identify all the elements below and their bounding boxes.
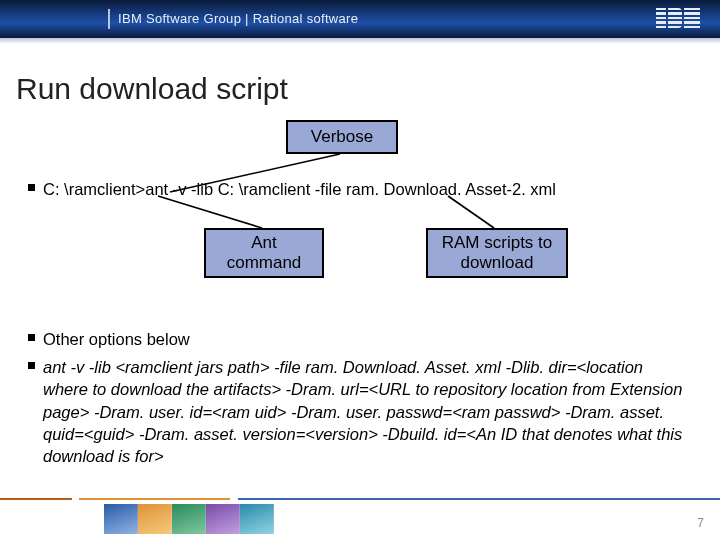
svg-line-1 bbox=[158, 196, 262, 228]
footer-tile bbox=[240, 504, 274, 534]
page-number: 7 bbox=[697, 516, 704, 530]
callout-ram: RAM scripts to download bbox=[426, 228, 568, 278]
footer-tile bbox=[172, 504, 206, 534]
footer-tile bbox=[206, 504, 240, 534]
slide-title: Run download script bbox=[16, 72, 288, 106]
header-divider bbox=[108, 9, 110, 29]
bullet-long: ant -v -lib <ramclient jars path> -file … bbox=[28, 356, 692, 467]
svg-line-2 bbox=[448, 196, 494, 228]
bullet-cmd: C: \ramclient>ant -v -lib C: \ramclient … bbox=[28, 178, 692, 200]
title-wrap: Run download script bbox=[16, 72, 288, 106]
footer-tile bbox=[104, 504, 138, 534]
bullet-cmd-text: C: \ramclient>ant -v -lib C: \ramclient … bbox=[43, 178, 556, 200]
header-bar: IBM Software Group | Rational software bbox=[0, 0, 720, 38]
bullet-marker bbox=[28, 184, 35, 191]
header-label: IBM Software Group | Rational software bbox=[118, 11, 358, 26]
footer-tile bbox=[138, 504, 172, 534]
slide: IBM Software Group | Rational software R… bbox=[0, 0, 720, 540]
callout-ant-text: Ant command bbox=[216, 233, 312, 272]
ibm-logo-icon bbox=[656, 8, 700, 28]
footer-rule bbox=[0, 498, 720, 500]
callout-ram-text: RAM scripts to download bbox=[438, 233, 556, 272]
callout-verbose: Verbose bbox=[286, 120, 398, 154]
bullet-other: Other options below bbox=[28, 328, 692, 350]
footer-imagery bbox=[104, 504, 274, 534]
header-shadow bbox=[0, 38, 720, 44]
bullet-long-text: ant -v -lib <ramclient jars path> -file … bbox=[43, 356, 692, 467]
callout-ant: Ant command bbox=[204, 228, 324, 278]
callout-verbose-text: Verbose bbox=[311, 127, 373, 147]
bullet-marker bbox=[28, 362, 35, 369]
bullet-marker bbox=[28, 334, 35, 341]
bullet-other-text: Other options below bbox=[43, 328, 190, 350]
